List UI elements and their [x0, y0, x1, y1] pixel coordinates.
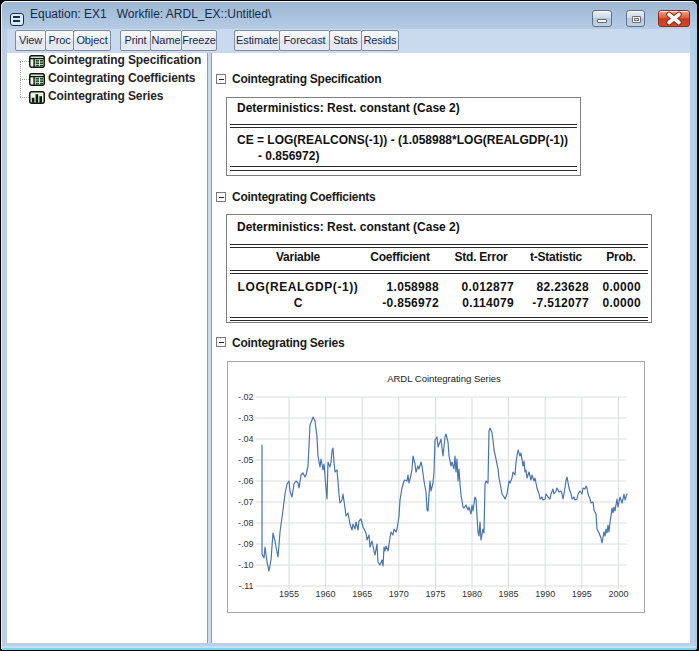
svg-text:1995: 1995 [572, 589, 592, 599]
svg-text:1990: 1990 [535, 589, 555, 599]
svg-text:1970: 1970 [389, 589, 409, 599]
svg-text:ARDL Cointegrating Series: ARDL Cointegrating Series [387, 373, 501, 384]
svg-text:-.05: -.05 [238, 455, 254, 465]
svg-text:-.11: -.11 [239, 581, 254, 591]
svg-text:1960: 1960 [316, 589, 336, 599]
svg-text:1955: 1955 [279, 589, 299, 599]
svg-text:1965: 1965 [352, 589, 372, 599]
svg-text:-.03: -.03 [238, 413, 254, 423]
svg-text:-.10: -.10 [238, 560, 254, 570]
svg-text:-.08: -.08 [238, 518, 254, 528]
svg-text:1985: 1985 [499, 589, 519, 599]
svg-text:-.09: -.09 [238, 539, 254, 549]
svg-text:-.02: -.02 [238, 392, 254, 402]
svg-text:2000: 2000 [608, 589, 628, 599]
svg-text:-.06: -.06 [238, 476, 254, 486]
svg-text:1975: 1975 [425, 589, 445, 599]
svg-text:-.04: -.04 [238, 434, 254, 444]
svg-text:1980: 1980 [462, 589, 482, 599]
svg-text:-.07: -.07 [238, 497, 254, 507]
